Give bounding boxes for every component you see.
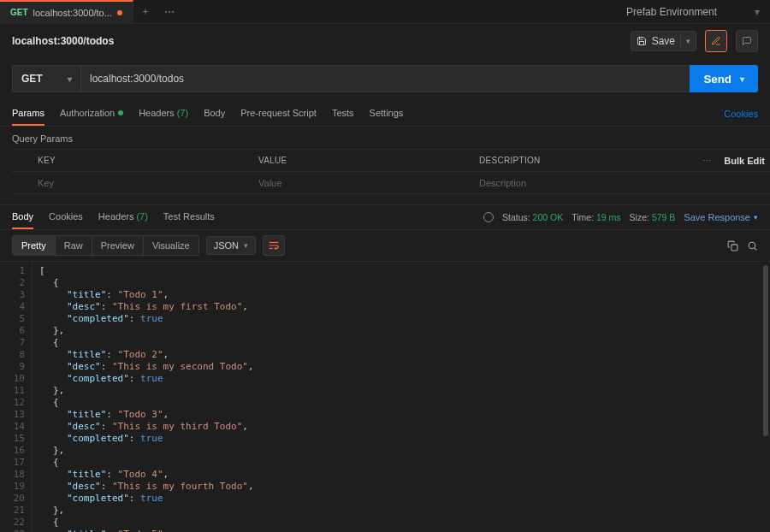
query-params-row[interactable]: Key Value Description bbox=[12, 172, 770, 194]
qp-key-placeholder[interactable]: Key bbox=[33, 178, 253, 188]
comment-icon-button[interactable] bbox=[736, 30, 758, 52]
tab-authorization[interactable]: Authorization bbox=[60, 101, 123, 126]
search-response-button[interactable] bbox=[747, 240, 758, 251]
tab-body[interactable]: Body bbox=[204, 101, 225, 126]
request-tab[interactable]: GET localhost:3000/to... bbox=[0, 0, 133, 23]
comment-icon bbox=[742, 36, 752, 46]
qp-desc-placeholder[interactable]: Description bbox=[474, 178, 695, 188]
tab-title: localhost:3000/to... bbox=[33, 8, 112, 18]
line-gutter: 1234567891011121314151617181920212223242… bbox=[0, 262, 33, 532]
response-tabs: Body Cookies Headers(7) Test Results Sta… bbox=[0, 204, 770, 230]
view-raw[interactable]: Raw bbox=[56, 236, 92, 255]
qp-head-desc: DESCRIPTION bbox=[474, 156, 695, 165]
response-body-viewer: 1234567891011121314151617181920212223242… bbox=[0, 261, 770, 532]
url-input-wrapper bbox=[80, 65, 690, 92]
response-meta: Status: 200 OK Time: 19 ms Size: 579 B S… bbox=[483, 212, 758, 222]
save-response-button[interactable]: Save Response▾ bbox=[684, 212, 758, 222]
status-label: Status: bbox=[502, 212, 530, 222]
copy-icon bbox=[727, 240, 738, 251]
format-label: JSON bbox=[214, 240, 239, 251]
tab-tests[interactable]: Tests bbox=[332, 101, 354, 126]
tab-headers-label: Headers bbox=[139, 108, 175, 118]
chevron-down-icon: ▾ bbox=[755, 6, 760, 18]
qp-value-placeholder[interactable]: Value bbox=[253, 178, 474, 188]
query-params-title: Query Params bbox=[0, 127, 770, 149]
status-dot-icon bbox=[118, 110, 123, 115]
environment-select[interactable]: Prefab Environment ▾ bbox=[616, 0, 770, 23]
send-button[interactable]: Send ▾ bbox=[690, 65, 758, 92]
view-mode-group: Pretty Raw Preview Visualize bbox=[12, 235, 199, 256]
save-response-label: Save Response bbox=[684, 212, 750, 222]
copy-response-button[interactable] bbox=[727, 240, 738, 251]
request-tabs: Params Authorization Headers(7) Body Pre… bbox=[0, 101, 770, 127]
resp-tab-headers-label: Headers bbox=[98, 211, 134, 222]
resp-tab-headers[interactable]: Headers(7) bbox=[98, 205, 148, 229]
method-select[interactable]: GET ▾ bbox=[12, 65, 80, 92]
qp-head-key: KEY bbox=[33, 156, 253, 165]
chevron-down-icon: ▾ bbox=[686, 37, 690, 45]
cookies-link[interactable]: Cookies bbox=[724, 109, 758, 119]
chevron-down-icon: ▾ bbox=[244, 241, 248, 250]
size-value: 579 B bbox=[652, 212, 675, 222]
wrap-icon bbox=[268, 239, 280, 251]
query-params-header: KEY VALUE DESCRIPTION ⋯ Bulk Edit bbox=[12, 150, 770, 172]
tab-params[interactable]: Params bbox=[12, 101, 44, 126]
response-code[interactable]: [{"title": "Todo 1","desc": "This is my … bbox=[33, 262, 770, 532]
headers-count: (7) bbox=[177, 108, 188, 118]
time-value: 19 ms bbox=[596, 212, 621, 222]
tab-prerequest-label: Pre-request Script bbox=[240, 108, 317, 118]
chevron-down-icon: ▾ bbox=[754, 213, 758, 222]
bulk-edit-button[interactable]: Bulk Edit bbox=[719, 156, 770, 166]
tab-body-label: Body bbox=[204, 108, 225, 118]
tab-authorization-label: Authorization bbox=[60, 108, 115, 118]
url-row: GET ▾ Send ▾ bbox=[0, 58, 770, 101]
save-icon bbox=[637, 36, 647, 46]
vertical-scrollbar[interactable] bbox=[763, 265, 768, 436]
tab-params-label: Params bbox=[12, 108, 44, 118]
more-tabs-button[interactable]: ⋯ bbox=[157, 0, 181, 23]
send-label: Send bbox=[703, 73, 732, 86]
tab-settings-label: Settings bbox=[370, 108, 404, 118]
globe-icon bbox=[483, 212, 494, 222]
view-visualize[interactable]: Visualize bbox=[144, 236, 198, 255]
svg-point-3 bbox=[749, 242, 755, 249]
pencil-icon bbox=[711, 36, 721, 46]
dirty-dot-icon bbox=[117, 10, 122, 15]
resp-tab-cookies-label: Cookies bbox=[49, 211, 83, 222]
save-label: Save bbox=[652, 35, 675, 47]
method-label: GET bbox=[21, 73, 43, 85]
tab-headers[interactable]: Headers(7) bbox=[139, 101, 188, 126]
time-label: Time: bbox=[572, 212, 594, 222]
chevron-down-icon: ▾ bbox=[740, 74, 744, 84]
titlebar: localhost:3000/todos Save ▾ bbox=[0, 24, 770, 58]
tab-settings[interactable]: Settings bbox=[370, 101, 404, 126]
search-icon bbox=[747, 240, 758, 251]
view-preview[interactable]: Preview bbox=[92, 236, 144, 255]
tab-tests-label: Tests bbox=[332, 108, 354, 118]
view-pretty[interactable]: Pretty bbox=[13, 236, 56, 255]
request-title: localhost:3000/todos bbox=[12, 35, 114, 47]
environment-label: Prefab Environment bbox=[626, 6, 717, 18]
resp-tab-body-label: Body bbox=[12, 211, 33, 222]
resp-tab-test-results[interactable]: Test Results bbox=[163, 205, 215, 229]
format-select[interactable]: JSON ▾ bbox=[206, 236, 256, 255]
edit-icon-button[interactable] bbox=[705, 30, 727, 52]
qp-head-value: VALUE bbox=[253, 156, 474, 165]
url-input[interactable] bbox=[90, 73, 681, 85]
status-value: 200 OK bbox=[533, 212, 564, 222]
add-tab-button[interactable]: ＋ bbox=[133, 0, 157, 23]
svg-rect-2 bbox=[732, 244, 737, 250]
topbar: GET localhost:3000/to... ＋ ⋯ Prefab Envi… bbox=[0, 0, 770, 24]
save-button[interactable]: Save ▾ bbox=[631, 31, 696, 51]
svg-line-4 bbox=[755, 248, 756, 250]
resp-headers-count: (7) bbox=[136, 211, 147, 222]
tab-prerequest[interactable]: Pre-request Script bbox=[240, 101, 317, 126]
resp-tab-tests-label: Test Results bbox=[163, 211, 215, 222]
response-toolbar: Pretty Raw Preview Visualize JSON ▾ bbox=[0, 230, 770, 261]
wrap-lines-button[interactable] bbox=[263, 235, 285, 256]
resp-tab-body[interactable]: Body bbox=[12, 205, 33, 229]
query-params-table: KEY VALUE DESCRIPTION ⋯ Bulk Edit Key Va… bbox=[12, 149, 770, 194]
tab-method-badge: GET bbox=[10, 8, 28, 17]
resp-tab-cookies[interactable]: Cookies bbox=[49, 205, 83, 229]
qp-options-button[interactable]: ⋯ bbox=[695, 156, 719, 165]
